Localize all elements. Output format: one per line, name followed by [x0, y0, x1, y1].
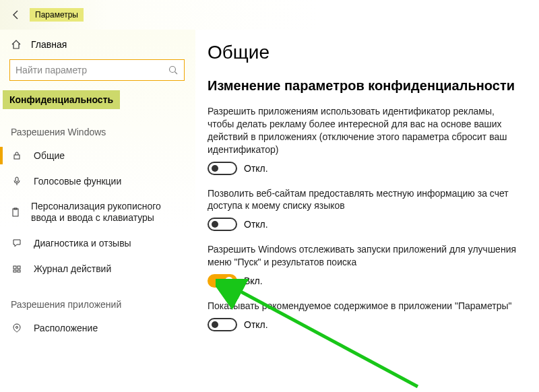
svg-rect-6: [13, 266, 16, 269]
nav-location[interactable]: Расположение: [0, 315, 195, 341]
toggle-state: Откл.: [244, 319, 268, 330]
setting-text: Позволить веб-сайтам предоставлять местн…: [208, 187, 523, 213]
nav-diagnostics[interactable]: Диагностика и отзывы: [0, 230, 195, 256]
svg-rect-4: [13, 209, 18, 216]
nav-general[interactable]: Общие: [0, 143, 195, 168]
location-icon: [11, 322, 23, 334]
sidebar: Главная Конфиденциальность Разрешения Wi…: [0, 30, 195, 392]
search-input[interactable]: [9, 59, 185, 81]
history-icon: [11, 263, 23, 275]
svg-rect-2: [14, 155, 20, 159]
svg-point-10: [16, 326, 18, 328]
home-icon: [11, 39, 22, 50]
search-field[interactable]: [15, 65, 168, 75]
nav-home-label: Главная: [31, 39, 67, 50]
page-title: Общие: [208, 42, 523, 63]
setting-text: Разрешить Windows отслеживать запуски пр…: [208, 243, 523, 269]
svg-rect-8: [13, 270, 16, 272]
annotation-arrow: [216, 279, 431, 392]
setting-suggested-content: Показывать рекомендуемое содержимое в пр…: [208, 300, 523, 331]
group-app-permissions: Разрешения приложений: [0, 282, 195, 315]
setting-text: Разрешить приложениям использовать идент…: [208, 105, 523, 156]
section-title: Изменение параметров конфиденциальности: [208, 77, 523, 94]
mic-icon: [11, 175, 23, 187]
setting-ad-id: Разрешить приложениям использовать идент…: [208, 105, 523, 175]
clipboard-icon: [11, 206, 20, 218]
nav-home[interactable]: Главная: [0, 34, 195, 55]
toggle-suggested-content[interactable]: [208, 318, 237, 331]
svg-rect-7: [18, 266, 20, 269]
svg-rect-3: [15, 177, 18, 182]
toggle-language-list[interactable]: [208, 218, 237, 231]
group-windows-permissions: Разрешения Windows: [0, 109, 195, 143]
nav-label: Диагностика и отзывы: [34, 238, 131, 249]
feedback-icon: [11, 237, 23, 249]
nav-label: Персонализация рукописного ввода и ввода…: [31, 201, 185, 224]
nav-label: Голосовые функции: [34, 176, 121, 187]
setting-text: Показывать рекомендуемое содержимое в пр…: [208, 300, 523, 313]
nav-label: Общие: [34, 150, 65, 161]
search-icon: [168, 65, 179, 75]
nav-inking[interactable]: Персонализация рукописного ввода и ввода…: [0, 194, 195, 230]
setting-app-launch-tracking: Разрешить Windows отслеживать запуски пр…: [208, 243, 523, 288]
toggle-app-launch-tracking[interactable]: [208, 274, 237, 288]
toggle-state: Вкл.: [244, 275, 263, 286]
svg-line-1: [175, 72, 178, 75]
setting-language-list: Позволить веб-сайтам предоставлять местн…: [208, 187, 523, 232]
lock-icon: [11, 150, 23, 162]
nav-label: Расположение: [34, 323, 98, 333]
nav-activity[interactable]: Журнал действий: [0, 256, 195, 282]
back-button[interactable]: [5, 4, 27, 26]
content-pane: Общие Изменение параметров конфиденциаль…: [195, 30, 539, 392]
svg-rect-9: [18, 270, 20, 272]
window-title: Параметры: [30, 8, 84, 22]
nav-voice[interactable]: Голосовые функции: [0, 168, 195, 194]
toggle-state: Откл.: [244, 163, 268, 174]
toggle-ad-id[interactable]: [208, 162, 237, 175]
nav-label: Журнал действий: [34, 263, 111, 274]
category-label: Конфиденциальность: [3, 90, 120, 109]
toggle-state: Откл.: [244, 219, 268, 230]
svg-point-0: [170, 67, 176, 73]
